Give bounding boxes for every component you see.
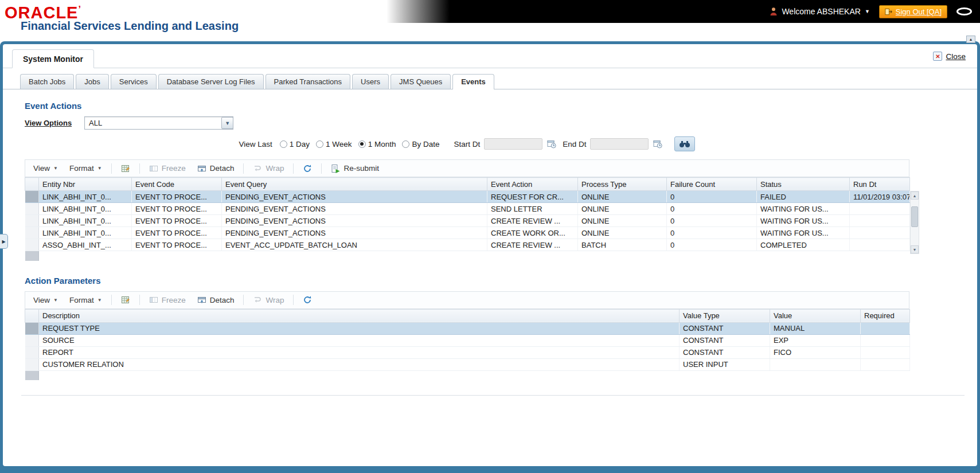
tab-jms-queues[interactable]: JMS Queues <box>391 74 451 89</box>
table-cell: CUSTOMER RELATION <box>39 358 680 370</box>
column-header-event-code[interactable]: Event Code <box>132 178 222 191</box>
view-menu-label: View <box>33 164 50 173</box>
brand: ORACLE’ Financial Services Lending and L… <box>5 1 239 33</box>
tab-database-server-log-files[interactable]: Database Server Log Files <box>158 74 264 89</box>
person-icon <box>770 7 778 16</box>
table-cell: ONLINE <box>578 191 667 203</box>
radio-icon <box>316 140 323 148</box>
row-selector[interactable] <box>25 346 39 358</box>
table-row[interactable]: REQUEST TYPECONSTANTMANUAL <box>25 322 910 334</box>
tab-users[interactable]: Users <box>352 74 389 89</box>
radio-1-day[interactable]: 1 Day <box>280 140 310 148</box>
welcome-menu[interactable]: Welcome ABSHEKAR ▼ <box>770 7 869 16</box>
view-options-select[interactable]: ALL ▼ <box>84 116 233 130</box>
export-button[interactable] <box>119 294 132 306</box>
table-row[interactable]: LINK_ABHI_INT_0...EVENT TO PROCE...PENDI… <box>25 215 910 227</box>
tabstrip: Batch Jobs Jobs Services Database Server… <box>3 68 977 89</box>
row-selector[interactable] <box>25 239 39 251</box>
row-selector[interactable] <box>25 358 39 370</box>
table-row[interactable]: LINK_ABHI_INT_0...EVENT TO PROCE...PENDI… <box>25 191 910 203</box>
tab-parked-transactions[interactable]: Parked Transactions <box>266 74 351 89</box>
view-options-label[interactable]: View Options <box>25 119 72 127</box>
table-scrollbar[interactable]: ▲ ▼ <box>910 191 919 254</box>
table-row[interactable]: ASSO_ABHI_INT_...EVENT TO PROCE...EVENT_… <box>25 239 910 251</box>
refresh-button[interactable] <box>300 163 314 174</box>
column-header-value[interactable]: Value <box>770 309 861 322</box>
column-header-description[interactable]: Description <box>39 309 680 322</box>
refresh-button[interactable] <box>300 294 314 306</box>
table-cell: PENDING_EVENT_ACTIONS <box>222 191 487 203</box>
oval-logo-icon <box>956 7 972 15</box>
chevron-down-icon[interactable]: ▼ <box>221 117 233 129</box>
radio-1-week[interactable]: 1 Week <box>316 140 352 148</box>
table-row[interactable]: LINK_ABHI_INT_0...EVENT TO PROCE...PENDI… <box>25 203 910 215</box>
column-header-required[interactable]: Required <box>861 309 910 322</box>
tab-services[interactable]: Services <box>111 74 157 89</box>
row-selector-header <box>25 178 39 191</box>
freeze-label: Freeze <box>162 296 186 304</box>
row-selector[interactable] <box>25 322 39 334</box>
page-scroll-up-button[interactable]: ▲ <box>966 36 975 43</box>
table-cell: 0 <box>667 239 757 251</box>
view-menu-button[interactable]: View▼ <box>31 295 60 306</box>
radio-1-month[interactable]: 1 Month <box>358 140 396 148</box>
column-header-process-type[interactable]: Process Type <box>578 178 667 191</box>
resubmit-icon <box>331 164 340 173</box>
row-selector[interactable] <box>25 203 39 215</box>
view-options-selected-value: ALL <box>85 119 102 127</box>
signout-button[interactable]: Sign Out [QA] <box>879 5 947 18</box>
format-menu-button[interactable]: Format▼ <box>67 295 104 306</box>
format-menu-button[interactable]: Format▼ <box>67 163 104 174</box>
resubmit-button[interactable]: Re-submit <box>329 163 381 174</box>
export-button[interactable] <box>119 163 132 174</box>
view-menu-button[interactable]: View▼ <box>31 163 60 174</box>
tab-batch-jobs[interactable]: Batch Jobs <box>20 74 74 89</box>
detach-icon <box>197 295 206 304</box>
column-header-run-dt[interactable]: Run Dt <box>850 178 910 191</box>
search-button[interactable] <box>674 136 695 151</box>
column-header-event-action[interactable]: Event Action <box>487 178 578 191</box>
section-gap <box>25 261 977 276</box>
column-header-status[interactable]: Status <box>757 178 850 191</box>
table-row[interactable]: CUSTOMER RELATIONUSER INPUT <box>25 358 910 370</box>
tab-events[interactable]: Events <box>452 74 494 89</box>
freeze-button: Freeze <box>147 294 188 306</box>
scrollbar-up-button[interactable]: ▲ <box>911 191 919 200</box>
tab-jobs[interactable]: Jobs <box>76 74 108 89</box>
detach-label: Detach <box>210 296 235 304</box>
table-cell: PENDING_EVENT_ACTIONS <box>222 227 487 239</box>
row-selector[interactable] <box>25 215 39 227</box>
detach-button[interactable]: Detach <box>195 163 237 174</box>
table-row[interactable]: REPORTCONSTANTFICO <box>25 346 910 358</box>
detach-icon <box>197 164 206 173</box>
table-cell: USER INPUT <box>680 358 770 370</box>
left-panel-expand-handle[interactable]: ▶ <box>0 234 8 249</box>
table-row[interactable]: SOURCECONSTANTEXP <box>25 334 910 346</box>
row-selector[interactable] <box>25 334 39 346</box>
row-selector[interactable] <box>25 191 39 203</box>
column-header-value-type[interactable]: Value Type <box>680 309 770 322</box>
radio-by-date[interactable]: By Date <box>402 140 439 148</box>
wrap-button: Wrap <box>251 163 286 174</box>
scrollbar-thumb[interactable] <box>911 206 918 227</box>
table-cell: FICO <box>770 346 861 358</box>
export-spreadsheet-icon <box>121 295 130 304</box>
close-button[interactable]: ✕ Close <box>933 52 966 61</box>
scrollbar-down-button[interactable]: ▼ <box>911 245 919 253</box>
start-dt-calendar-button[interactable] <box>547 139 556 148</box>
table-cell: SEND LETTER <box>487 203 578 215</box>
view-menu-label: View <box>33 296 50 304</box>
column-header-failure-count[interactable]: Failure Count <box>667 178 757 191</box>
end-dt-calendar-button[interactable] <box>653 139 662 148</box>
radio-icon <box>402 140 409 148</box>
row-selector[interactable] <box>25 227 39 239</box>
chevron-down-icon: ▼ <box>97 166 102 171</box>
table-cell: CREATE REVIEW ... <box>487 239 578 251</box>
start-dt-input[interactable] <box>484 138 542 150</box>
table-row[interactable]: LINK_ABHI_INT_0...EVENT TO PROCE...PENDI… <box>25 227 910 239</box>
end-dt-input[interactable] <box>590 138 649 150</box>
table-cell <box>850 215 910 227</box>
column-header-entity-nbr[interactable]: Entity Nbr <box>39 178 132 191</box>
column-header-event-query[interactable]: Event Query <box>222 178 487 191</box>
detach-button[interactable]: Detach <box>195 294 237 306</box>
